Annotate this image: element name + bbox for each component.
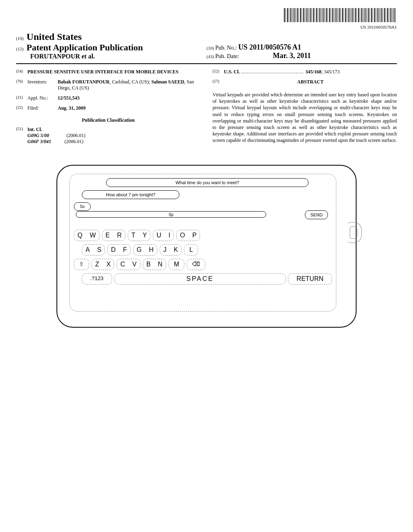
country: United States	[27, 31, 82, 42]
key-c: C	[120, 261, 125, 268]
key-p: P	[192, 232, 197, 239]
virtual-keyboard: QW ER TY UI OP AS DF GH JK L ⇧	[74, 230, 332, 285]
key-q: Q	[77, 232, 82, 239]
pub-type: Patent Application Publication	[27, 42, 143, 52]
key-n: N	[158, 261, 163, 268]
pub-date-label: Pub. Date:	[215, 53, 239, 59]
chat-input: Sp	[76, 211, 266, 218]
intcl-label: Int. Cl.	[27, 127, 86, 133]
key-m: M	[174, 261, 179, 268]
chat-bubble-3: So	[74, 202, 91, 211]
device-outline: What time do you want to meet? How about…	[56, 165, 357, 328]
filed-val: Aug. 31, 2009	[58, 105, 200, 111]
pub-class-title: Publication Classification	[16, 117, 200, 123]
chat-area: What time do you want to meet? How about…	[74, 178, 332, 227]
key-r: R	[117, 232, 122, 239]
inventors-num: (76)	[16, 79, 27, 91]
filed-num: (22)	[16, 105, 27, 111]
appl-val: 12/551,543	[58, 95, 200, 101]
key-h: H	[149, 246, 154, 254]
return-key: RETURN	[288, 273, 332, 285]
send-button: SEND	[305, 210, 328, 219]
intcl-2: G06F 3/041	[27, 139, 51, 144]
symbol-key: .?123	[82, 273, 112, 285]
inventors: Babak FORUTANPOUR, Carlsbad, CA (US); Sa…	[58, 79, 200, 91]
barcode-text: US 20110050576A1	[16, 25, 397, 29]
authors-header: FORUTANPOUR et al.	[30, 53, 206, 60]
pub-date: Mar. 3, 2011	[273, 52, 311, 60]
key-l: L	[189, 246, 193, 254]
country-code-num: (19)	[16, 36, 23, 41]
key-s: S	[97, 246, 102, 254]
document-header: (19) United States (12) Patent Applicati…	[16, 31, 397, 64]
chat-bubble-2: How about 7 pm tonight?	[82, 190, 179, 199]
key-o: O	[180, 232, 185, 239]
title-num: (54)	[16, 69, 27, 75]
abstract-text: Virtual keypads are provided which deter…	[213, 91, 397, 144]
uscl-dots: .......................................	[241, 69, 305, 75]
intcl-num: (51)	[16, 127, 27, 145]
key-x: X	[106, 261, 111, 268]
key-t: T	[131, 232, 136, 239]
filed-label: Filed:	[27, 105, 58, 111]
key-a: A	[86, 246, 90, 254]
shift-key: ⇧	[74, 259, 89, 270]
abstract-num: (57)	[213, 79, 224, 87]
key-u: U	[156, 232, 161, 239]
key-z: Z	[95, 261, 99, 268]
chat-bubble-1: What time do you want to meet?	[106, 178, 309, 187]
pub-no-label: Pub. No.:	[215, 45, 237, 51]
home-button-icon	[347, 222, 362, 243]
key-e: E	[106, 232, 110, 239]
uscl-label: U.S. Cl.	[224, 69, 240, 75]
key-k: K	[174, 246, 178, 254]
key-y: Y	[143, 232, 147, 239]
key-d: D	[111, 246, 116, 254]
abstract-title: ABSTRACT	[224, 79, 397, 85]
pub-date-num: (43)	[206, 54, 214, 59]
key-j: J	[163, 246, 167, 254]
intcl-2-year: (2006.01)	[65, 139, 83, 144]
key-b: B	[146, 261, 151, 268]
key-i: I	[169, 232, 170, 239]
pub-type-num: (12)	[16, 46, 23, 51]
key-v: V	[132, 261, 137, 268]
space-key: SPACE	[115, 273, 286, 285]
appl-num: (21)	[16, 95, 27, 101]
appl-label: Appl. No.:	[27, 95, 58, 101]
key-f: F	[123, 246, 127, 254]
screen-area: What time do you want to meet? How about…	[69, 174, 336, 312]
uscl-val: 345/168	[305, 69, 321, 75]
barcode	[284, 8, 397, 22]
patent-title: PRESSURE SENSITIVE USER INTERFACE FOR MO…	[27, 69, 179, 75]
backspace-key: ⌫	[187, 259, 205, 270]
key-w: W	[90, 232, 96, 239]
intcl-1: G09G 5/00	[27, 133, 49, 138]
intcl-1-year: (2006.01)	[67, 133, 86, 138]
uscl-num: (52)	[213, 69, 224, 75]
patent-figure: What time do you want to meet? How about…	[16, 165, 397, 328]
pub-no: US 2011/0050576 A1	[238, 43, 301, 51]
pub-no-num: (10)	[206, 46, 214, 50]
inventors-label: Inventors:	[27, 79, 58, 91]
key-g: G	[137, 246, 142, 254]
